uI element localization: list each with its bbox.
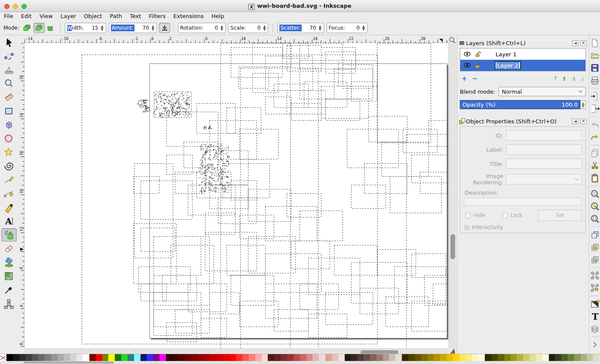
color-swatch[interactable] <box>191 354 198 361</box>
expand-plus-icon[interactable]: + <box>465 225 469 230</box>
color-swatch[interactable] <box>498 354 504 361</box>
layer-visibility-icon[interactable] <box>464 52 475 57</box>
color-swatch[interactable] <box>593 354 600 361</box>
layer-lock-icon[interactable] <box>475 63 486 68</box>
color-swatch[interactable] <box>466 354 472 361</box>
scale-spinbox[interactable]: Scale: 0 ▲▼ <box>228 23 268 33</box>
zoom-corner-icon[interactable] <box>448 37 456 43</box>
color-swatch[interactable] <box>242 354 249 361</box>
new-document-button[interactable] <box>590 38 600 48</box>
lower-layer-button[interactable]: ⬇ <box>572 76 576 82</box>
color-swatch[interactable] <box>530 354 536 361</box>
color-swatch[interactable] <box>172 354 179 361</box>
color-swatch[interactable] <box>561 354 568 361</box>
open-document-button[interactable] <box>590 51 600 60</box>
bezier-pen-tool[interactable] <box>1 187 17 200</box>
scale-spinner-arrows[interactable]: ▲▼ <box>262 25 267 31</box>
color-swatch[interactable] <box>587 354 594 361</box>
layer-name[interactable]: Layer 1 <box>496 51 517 58</box>
color-swatch[interactable] <box>185 354 191 361</box>
color-swatch[interactable] <box>332 354 338 361</box>
import-button[interactable] <box>590 92 600 101</box>
color-swatch[interactable] <box>357 354 364 361</box>
connector-tool[interactable] <box>1 297 17 310</box>
selector-tool[interactable] <box>1 36 17 49</box>
layers-panel-collapse-button[interactable]: ◄ <box>572 40 579 46</box>
color-swatch[interactable] <box>223 354 230 361</box>
spiral-tool[interactable] <box>1 159 17 173</box>
rotation-spinner-arrows[interactable]: ▲▼ <box>219 25 224 31</box>
color-swatch[interactable] <box>459 354 466 361</box>
color-swatch[interactable] <box>364 354 370 361</box>
color-swatch[interactable] <box>134 354 141 361</box>
color-swatch[interactable] <box>96 354 102 361</box>
color-swatch[interactable] <box>536 354 542 361</box>
color-swatch[interactable] <box>77 354 83 361</box>
color-swatch[interactable] <box>268 354 274 361</box>
color-swatch[interactable] <box>319 354 325 361</box>
color-swatch[interactable] <box>179 354 185 361</box>
menu-extensions[interactable]: Extensions <box>169 12 208 20</box>
ungroup-objects-button[interactable] <box>590 283 600 293</box>
color-swatch[interactable] <box>70 354 77 361</box>
color-swatch[interactable] <box>504 354 511 361</box>
amount-value[interactable]: 70 <box>135 25 149 31</box>
color-swatch[interactable] <box>351 354 357 361</box>
color-swatch[interactable] <box>440 354 447 361</box>
menu-edit[interactable]: Edit <box>17 12 36 20</box>
text-dialog-button[interactable]: T <box>590 312 600 321</box>
spray-copy-mode-button[interactable] <box>21 23 33 33</box>
color-swatch[interactable] <box>217 354 223 361</box>
raise-layer-button[interactable]: ⬆ <box>562 76 566 82</box>
zoom-page-button[interactable] <box>590 214 600 223</box>
menu-path[interactable]: Path <box>106 12 126 20</box>
color-swatch[interactable] <box>408 354 415 361</box>
color-swatch[interactable] <box>32 354 38 361</box>
swatch-none[interactable] <box>0 354 6 361</box>
paint-bucket-tool[interactable] <box>1 256 17 269</box>
color-swatch[interactable] <box>517 354 523 361</box>
drawing-canvas[interactable] <box>24 43 448 348</box>
save-document-button[interactable] <box>590 63 600 73</box>
undo-button[interactable] <box>590 120 600 129</box>
menu-text[interactable]: Text <box>126 12 145 20</box>
add-layer-button[interactable]: + <box>462 75 467 83</box>
color-swatch[interactable] <box>153 354 159 361</box>
color-swatch[interactable] <box>198 354 204 361</box>
layers-panel-header[interactable]: Layers (Shift+Ctrl+L) ◄ ✕ <box>457 39 588 47</box>
amount-spinbox[interactable]: Amount: 70 ▲▼ <box>109 23 157 33</box>
menu-filters[interactable]: Filters <box>145 12 169 20</box>
color-swatch[interactable] <box>249 354 255 361</box>
title-field[interactable] <box>506 159 582 169</box>
color-swatch[interactable] <box>300 354 306 361</box>
scale-value[interactable]: 0 <box>246 25 260 31</box>
color-swatch[interactable] <box>421 354 428 361</box>
color-swatch[interactable] <box>377 354 383 361</box>
color-swatch[interactable] <box>325 354 332 361</box>
description-field[interactable] <box>464 198 582 205</box>
layers-dialog-button[interactable] <box>590 324 600 333</box>
width-value[interactable]: 15 <box>84 25 98 31</box>
group-objects-button[interactable] <box>590 271 600 280</box>
color-swatch[interactable] <box>447 354 453 361</box>
color-swatch[interactable] <box>383 354 389 361</box>
color-swatch[interactable] <box>159 354 166 361</box>
use-pressure-toggle[interactable] <box>159 23 170 33</box>
redo-button[interactable] <box>590 132 600 142</box>
color-swatch[interactable] <box>51 354 58 361</box>
rectangle-tool[interactable] <box>1 104 17 118</box>
palette-scrollbar-thumb[interactable] <box>24 361 114 364</box>
color-swatch[interactable] <box>491 354 498 361</box>
color-swatch[interactable] <box>58 354 64 361</box>
gradient-tool[interactable] <box>1 269 17 283</box>
image-rendering-dropdown[interactable] <box>506 174 582 184</box>
menu-layer[interactable]: Layer <box>57 12 80 20</box>
color-swatch[interactable] <box>345 354 351 361</box>
color-swatch[interactable] <box>83 354 89 361</box>
lower-layer-to-bottom-button[interactable]: ⤓ <box>582 75 584 82</box>
object-properties-close-button[interactable]: ✕ <box>580 119 587 124</box>
color-swatch[interactable] <box>370 354 377 361</box>
color-swatch[interactable] <box>230 354 236 361</box>
focus-spinbox[interactable]: Focus: 0 ▲▼ <box>327 23 367 33</box>
spray-tool[interactable] <box>1 228 17 242</box>
